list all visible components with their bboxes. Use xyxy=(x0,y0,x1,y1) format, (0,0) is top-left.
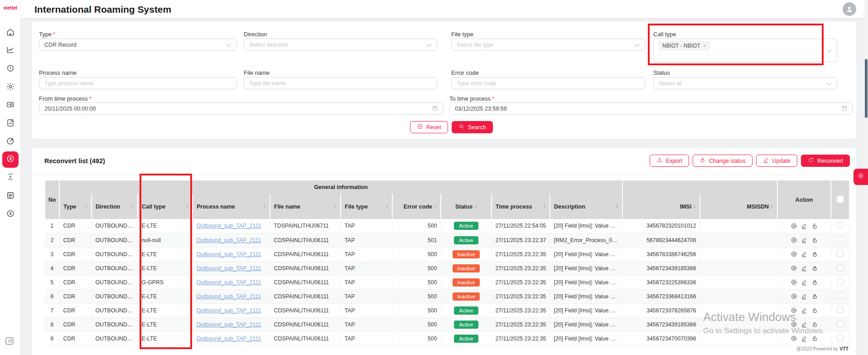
view-detail-icon[interactable] xyxy=(791,335,797,342)
sidebar-item-analytics[interactable] xyxy=(2,43,19,59)
edit-icon[interactable] xyxy=(801,307,808,314)
process-name-input[interactable] xyxy=(44,80,231,87)
col-header-description[interactable]: Description▲▼ xyxy=(550,194,622,219)
row-checkbox[interactable] xyxy=(837,236,844,243)
sidebar-item-documents[interactable] xyxy=(2,116,19,132)
error-code-input[interactable] xyxy=(457,80,640,87)
process-name-link[interactable]: Outbound_sub_TAP_2111 xyxy=(197,293,261,300)
view-detail-icon[interactable] xyxy=(791,237,797,243)
sidebar-collapse-button[interactable] xyxy=(4,336,15,346)
edit-icon[interactable] xyxy=(801,223,808,229)
col-header-direction[interactable]: Direction▲▼ xyxy=(92,194,138,219)
user-avatar[interactable] xyxy=(843,2,856,16)
edit-icon[interactable] xyxy=(801,265,808,272)
process-name-link[interactable]: Outbound_sub_TAP_2111 xyxy=(197,307,261,314)
col-header-error_code[interactable]: Error code▲▼ xyxy=(392,194,441,219)
edit-icon[interactable] xyxy=(801,293,808,300)
sort-icon[interactable]: ▲▼ xyxy=(85,204,87,209)
row-checkbox[interactable] xyxy=(837,250,844,257)
col-header-file_type[interactable]: File type▲▼ xyxy=(341,194,392,219)
col-header-file_name[interactable]: File name▲▼ xyxy=(270,194,341,219)
lock-icon[interactable] xyxy=(811,335,818,342)
sidebar-item-home[interactable] xyxy=(2,25,19,41)
call-type-multiselect[interactable]: NBIOT - NBIOT× xyxy=(653,39,837,62)
edit-icon[interactable] xyxy=(801,237,808,243)
row-checkbox[interactable] xyxy=(837,335,844,341)
sidebar-item-distribution[interactable] xyxy=(2,170,19,186)
view-detail-icon[interactable] xyxy=(791,279,797,286)
edit-icon[interactable] xyxy=(801,251,808,258)
sidebar-item-finance[interactable]: $ xyxy=(2,206,19,223)
view-detail-icon[interactable] xyxy=(791,251,797,258)
status-select[interactable]: Select all xyxy=(653,77,837,89)
from-time-field[interactable] xyxy=(39,102,443,115)
col-header-type[interactable]: Type▲▼ xyxy=(59,194,92,219)
row-checkbox[interactable] xyxy=(837,222,844,229)
col-header-process_name[interactable]: Process name▲▼ xyxy=(193,194,270,219)
sort-icon[interactable]: ▲▼ xyxy=(131,204,134,209)
edit-icon[interactable] xyxy=(801,335,808,342)
sort-icon[interactable]: ▲▼ xyxy=(543,204,546,209)
sidebar-item-settings[interactable] xyxy=(2,79,19,96)
sort-icon[interactable]: ▲▼ xyxy=(386,204,388,209)
calendar-icon[interactable] xyxy=(432,105,438,112)
lock-icon[interactable] xyxy=(811,321,818,328)
export-button[interactable]: Export xyxy=(650,155,689,167)
row-checkbox[interactable] xyxy=(837,321,844,327)
calendar-icon[interactable] xyxy=(841,105,848,112)
col-header-imsi[interactable]: IMSI▲▼ xyxy=(622,194,700,219)
lock-icon[interactable] xyxy=(811,237,818,243)
row-checkbox[interactable] xyxy=(837,264,844,271)
floating-settings-button[interactable] xyxy=(854,169,868,185)
from-time-input[interactable] xyxy=(44,106,438,112)
view-detail-icon[interactable] xyxy=(791,293,797,300)
reset-button[interactable]: Reset xyxy=(410,121,448,133)
reconvert-button[interactable]: Reconvert xyxy=(801,155,850,167)
process-name-link[interactable]: Outbound_sub_TAP_2111 xyxy=(197,279,261,286)
process-name-link[interactable]: Outbound_sub_TAP_2111 xyxy=(197,237,261,243)
scrollbar-thumb[interactable] xyxy=(865,59,868,118)
sidebar-item-monitor[interactable] xyxy=(2,97,19,114)
sort-icon[interactable]: ▲▼ xyxy=(434,204,437,209)
row-checkbox[interactable] xyxy=(837,278,844,285)
sort-icon[interactable]: ▲▼ xyxy=(693,204,696,209)
to-time-input[interactable] xyxy=(455,106,847,112)
col-header-status[interactable]: Status▲▼ xyxy=(441,194,492,219)
update-button[interactable]: Update xyxy=(756,155,797,167)
process-name-link[interactable]: Outbound_sub_TAP_2111 xyxy=(197,251,261,258)
file-name-input[interactable] xyxy=(249,80,432,87)
col-header-time_process[interactable]: Time process▲▼ xyxy=(492,194,550,219)
sort-icon[interactable]: ▲▼ xyxy=(334,204,337,209)
select-all-checkbox[interactable] xyxy=(837,196,844,203)
lock-icon[interactable] xyxy=(811,251,818,258)
to-time-field[interactable] xyxy=(449,102,853,115)
file-type-select[interactable]: Select file type xyxy=(451,39,645,51)
view-detail-icon[interactable] xyxy=(791,321,797,328)
view-detail-icon[interactable] xyxy=(791,265,797,272)
sort-icon[interactable]: ▲▼ xyxy=(616,204,618,209)
lock-icon[interactable] xyxy=(811,265,818,272)
sidebar-item-reports[interactable] xyxy=(2,134,19,150)
sort-icon[interactable]: ▲▼ xyxy=(186,204,188,209)
sort-icon[interactable]: ▲▼ xyxy=(474,204,477,209)
row-checkbox[interactable] xyxy=(837,306,844,313)
sort-icon[interactable]: ▲▼ xyxy=(263,204,266,209)
search-button[interactable]: Search xyxy=(452,121,493,133)
col-header-msisdn[interactable]: MSISDN▲▼ xyxy=(700,194,777,219)
sidebar-item-logs[interactable] xyxy=(2,188,19,204)
process-name-link[interactable]: Outbound_sub_TAP_2111 xyxy=(197,336,261,342)
process-name-link[interactable]: Outbound_sub_TAP_2111 xyxy=(197,223,261,229)
lock-icon[interactable] xyxy=(811,307,818,314)
process-name-link[interactable]: Outbound_sub_TAP_2111 xyxy=(197,265,261,272)
view-detail-icon[interactable] xyxy=(791,307,797,314)
lock-icon[interactable] xyxy=(811,223,818,229)
change-status-button[interactable]: Change status xyxy=(693,155,752,167)
remove-tag-icon[interactable]: × xyxy=(703,43,706,49)
sidebar-item-billing-active[interactable]: $ xyxy=(2,151,19,168)
direction-select[interactable]: Select direction xyxy=(244,39,437,51)
process-name-link[interactable]: Outbound_sub_TAP_2111 xyxy=(197,321,261,328)
lock-icon[interactable] xyxy=(811,279,818,286)
edit-icon[interactable] xyxy=(801,321,808,328)
row-checkbox[interactable] xyxy=(837,292,844,299)
type-select[interactable]: CDR Record xyxy=(39,39,237,51)
